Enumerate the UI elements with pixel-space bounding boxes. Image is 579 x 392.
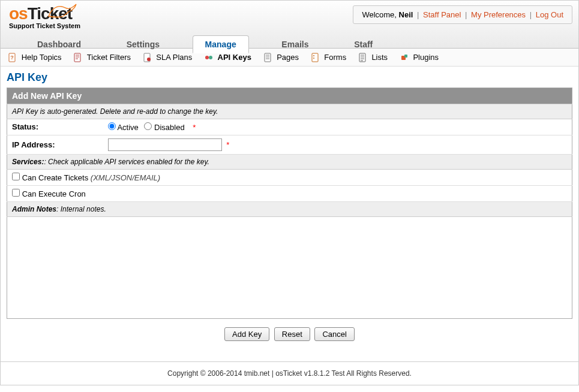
can-execute-cron-checkbox[interactable]: [12, 189, 20, 197]
ip-address-input[interactable]: [108, 138, 222, 151]
header: osTicket Support Ticket System Welcome, …: [1, 1, 578, 49]
svg-point-9: [313, 55, 314, 56]
tab-staff[interactable]: Staff: [341, 35, 385, 53]
tab-manage[interactable]: Manage: [193, 35, 249, 53]
logo-prefix: os: [9, 4, 28, 23]
can-create-tickets-option[interactable]: Can Create Tickets (XML/JSON/EMAIL): [12, 173, 160, 182]
subnav-forms[interactable]: Forms: [311, 52, 346, 62]
svg-point-4: [147, 58, 151, 61]
svg-rect-7: [265, 53, 271, 62]
subnav-help-topics[interactable]: ? Help Topics: [8, 52, 62, 62]
services-header: Services:: Check applicable API services…: [7, 154, 572, 169]
main-nav: Dashboard Settings Manage Emails Staff: [7, 35, 572, 53]
logo-subtitle: Support Ticket System: [9, 22, 80, 29]
filter-icon: [73, 53, 83, 62]
tab-settings[interactable]: Settings: [114, 35, 172, 53]
status-disabled-option[interactable]: Disabled: [144, 123, 187, 132]
section-header: Add New API Key: [7, 88, 572, 104]
staff-panel-link[interactable]: Staff Panel: [423, 10, 461, 19]
sla-icon: [143, 53, 152, 62]
tab-dashboard[interactable]: Dashboard: [25, 35, 94, 53]
plugins-icon: [400, 53, 409, 62]
lists-icon: [358, 53, 368, 62]
svg-point-10: [313, 58, 314, 59]
logout-link[interactable]: Log Out: [536, 10, 563, 19]
api-icon: [204, 53, 214, 62]
can-execute-cron-option[interactable]: Can Execute Cron: [12, 189, 86, 198]
svg-point-6: [209, 56, 212, 59]
subnav-sla-plans[interactable]: SLA Plans: [143, 52, 193, 62]
subnav-api-keys[interactable]: API Keys: [204, 52, 251, 62]
page-title: API Key: [7, 71, 572, 84]
button-row: Add Key Reset Cancel: [7, 319, 572, 343]
required-marker: *: [226, 140, 229, 149]
svg-text:?: ?: [10, 55, 14, 61]
add-key-button[interactable]: Add Key: [224, 327, 269, 341]
subnav-plugins[interactable]: Plugins: [400, 52, 439, 62]
status-active-radio[interactable]: [108, 122, 116, 130]
form-table: Add New API Key API Key is auto-generate…: [7, 88, 572, 217]
admin-notes-textarea[interactable]: [7, 217, 572, 319]
kangaroo-icon: [47, 2, 77, 20]
my-preferences-link[interactable]: My Preferences: [471, 10, 526, 19]
can-create-tickets-checkbox[interactable]: [12, 173, 20, 180]
user-bar: Welcome, Neil | Staff Panel | My Prefere…: [353, 5, 572, 24]
forms-icon: [311, 53, 320, 62]
required-marker: *: [193, 123, 196, 132]
subnav-pages[interactable]: Pages: [263, 52, 299, 62]
user-name: Neil: [399, 10, 413, 19]
pages-icon: [263, 53, 273, 62]
status-disabled-radio[interactable]: [144, 122, 152, 130]
status-label: Status:: [7, 119, 103, 135]
subnav-ticket-filters[interactable]: Ticket Filters: [73, 52, 131, 62]
status-active-option[interactable]: Active: [108, 123, 141, 132]
content: API Key Add New API Key API Key is auto-…: [1, 67, 578, 361]
ip-label: IP Address:: [7, 135, 103, 154]
svg-rect-8: [312, 53, 318, 62]
tab-emails[interactable]: Emails: [269, 35, 321, 53]
help-icon: ?: [8, 53, 17, 62]
reset-button[interactable]: Reset: [274, 327, 310, 341]
svg-rect-2: [74, 53, 80, 62]
logo[interactable]: osTicket Support Ticket System: [9, 4, 80, 29]
cancel-button[interactable]: Cancel: [314, 327, 354, 341]
section-hint: API Key is auto-generated. Delete and re…: [7, 104, 572, 119]
subnav-lists[interactable]: Lists: [358, 52, 388, 62]
footer: Copyright © 2006-2014 tmib.net | osTicke…: [1, 361, 578, 385]
admin-notes-header: Admin Notes: Internal notes.: [7, 201, 572, 216]
svg-rect-13: [404, 55, 407, 58]
welcome-text: Welcome,: [362, 10, 398, 19]
svg-point-5: [205, 56, 209, 59]
